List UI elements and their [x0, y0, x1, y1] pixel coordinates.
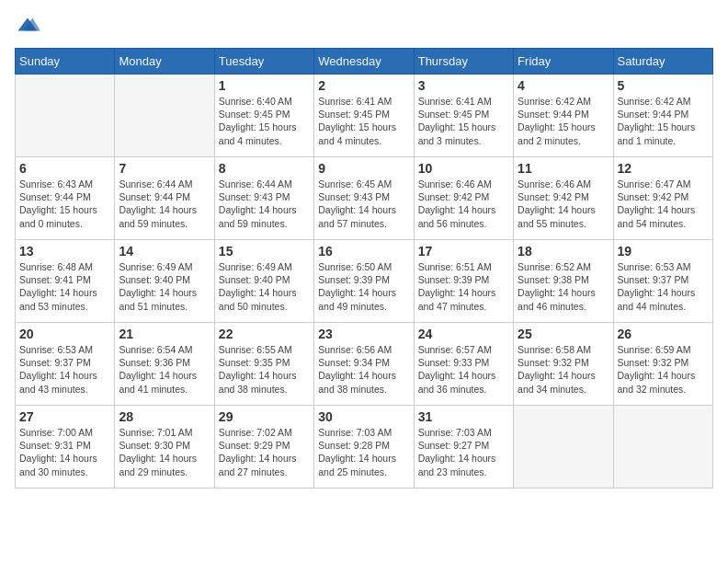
- calendar-cell: 22Sunrise: 6:55 AM Sunset: 9:35 PM Dayli…: [214, 323, 313, 406]
- calendar-cell: 3Sunrise: 6:41 AM Sunset: 9:45 PM Daylig…: [414, 75, 513, 157]
- day-number: 19: [618, 244, 709, 259]
- day-info: Sunrise: 6:48 AM Sunset: 9:41 PM Dayligh…: [19, 260, 110, 313]
- calendar-table: SundayMondayTuesdayWednesdayThursdayFrid…: [15, 48, 713, 488]
- day-number: 22: [219, 327, 310, 341]
- calendar-cell: [115, 75, 214, 157]
- day-info: Sunrise: 6:46 AM Sunset: 9:42 PM Dayligh…: [418, 178, 509, 230]
- day-number: 11: [518, 161, 609, 176]
- day-number: 25: [518, 327, 609, 341]
- day-info: Sunrise: 6:47 AM Sunset: 9:42 PM Dayligh…: [618, 178, 709, 230]
- logo-icon: [15, 15, 40, 40]
- day-info: Sunrise: 6:53 AM Sunset: 9:37 PM Dayligh…: [19, 343, 110, 396]
- calendar-cell: 6Sunrise: 6:43 AM Sunset: 9:44 PM Daylig…: [16, 157, 115, 240]
- day-info: Sunrise: 6:49 AM Sunset: 9:40 PM Dayligh…: [119, 260, 210, 313]
- calendar-cell: 19Sunrise: 6:53 AM Sunset: 9:37 PM Dayli…: [613, 240, 712, 323]
- calendar-cell: 8Sunrise: 6:44 AM Sunset: 9:43 PM Daylig…: [214, 157, 313, 240]
- day-number: 16: [318, 244, 409, 259]
- day-number: 12: [618, 161, 709, 176]
- day-info: Sunrise: 7:00 AM Sunset: 9:31 PM Dayligh…: [19, 426, 110, 478]
- calendar-cell: 24Sunrise: 6:57 AM Sunset: 9:33 PM Dayli…: [414, 323, 513, 406]
- calendar-header-row: SundayMondayTuesdayWednesdayThursdayFrid…: [16, 49, 713, 75]
- day-number: 5: [618, 78, 709, 93]
- day-info: Sunrise: 6:52 AM Sunset: 9:38 PM Dayligh…: [518, 260, 609, 313]
- day-info: Sunrise: 7:01 AM Sunset: 9:30 PM Dayligh…: [119, 426, 210, 478]
- day-number: 18: [518, 244, 609, 259]
- calendar-cell: 29Sunrise: 7:02 AM Sunset: 9:29 PM Dayli…: [214, 406, 313, 488]
- calendar-cell: [613, 406, 712, 488]
- day-number: 23: [318, 327, 409, 341]
- day-info: Sunrise: 6:50 AM Sunset: 9:39 PM Dayligh…: [318, 260, 409, 313]
- day-info: Sunrise: 6:59 AM Sunset: 9:32 PM Dayligh…: [618, 343, 709, 396]
- calendar-cell: 7Sunrise: 6:44 AM Sunset: 9:44 PM Daylig…: [115, 157, 214, 240]
- day-info: Sunrise: 6:44 AM Sunset: 9:44 PM Dayligh…: [119, 178, 210, 230]
- day-number: 26: [618, 327, 709, 341]
- day-info: Sunrise: 6:57 AM Sunset: 9:33 PM Dayligh…: [418, 343, 509, 396]
- week-row-5: 27Sunrise: 7:00 AM Sunset: 9:31 PM Dayli…: [16, 406, 713, 488]
- day-number: 17: [418, 244, 509, 259]
- calendar-cell: 31Sunrise: 7:03 AM Sunset: 9:27 PM Dayli…: [414, 406, 513, 488]
- calendar-cell: 5Sunrise: 6:42 AM Sunset: 9:44 PM Daylig…: [613, 75, 712, 157]
- day-number: 9: [318, 161, 409, 176]
- day-info: Sunrise: 6:43 AM Sunset: 9:44 PM Dayligh…: [19, 178, 110, 230]
- day-number: 20: [19, 327, 110, 341]
- calendar-cell: 21Sunrise: 6:54 AM Sunset: 9:36 PM Dayli…: [115, 323, 214, 406]
- day-info: Sunrise: 6:42 AM Sunset: 9:44 PM Dayligh…: [618, 95, 709, 147]
- day-number: 27: [19, 409, 110, 424]
- day-info: Sunrise: 7:02 AM Sunset: 9:29 PM Dayligh…: [219, 426, 310, 478]
- calendar-cell: 10Sunrise: 6:46 AM Sunset: 9:42 PM Dayli…: [414, 157, 513, 240]
- day-number: 8: [219, 161, 310, 176]
- week-row-1: 1Sunrise: 6:40 AM Sunset: 9:45 PM Daylig…: [16, 75, 713, 157]
- calendar-cell: 23Sunrise: 6:56 AM Sunset: 9:34 PM Dayli…: [314, 323, 414, 406]
- column-header-monday: Monday: [115, 49, 214, 75]
- day-number: 10: [418, 161, 509, 176]
- calendar-cell: 25Sunrise: 6:58 AM Sunset: 9:32 PM Dayli…: [514, 323, 613, 406]
- day-info: Sunrise: 7:03 AM Sunset: 9:27 PM Dayligh…: [418, 426, 509, 478]
- day-number: 4: [518, 78, 609, 93]
- week-row-3: 13Sunrise: 6:48 AM Sunset: 9:41 PM Dayli…: [16, 240, 713, 323]
- calendar-cell: 15Sunrise: 6:49 AM Sunset: 9:40 PM Dayli…: [214, 240, 313, 323]
- day-info: Sunrise: 6:53 AM Sunset: 9:37 PM Dayligh…: [618, 260, 709, 313]
- calendar-cell: [16, 75, 115, 157]
- day-number: 1: [219, 78, 310, 93]
- day-info: Sunrise: 6:55 AM Sunset: 9:35 PM Dayligh…: [219, 343, 310, 396]
- day-info: Sunrise: 6:51 AM Sunset: 9:39 PM Dayligh…: [418, 260, 509, 313]
- column-header-saturday: Saturday: [613, 49, 712, 75]
- calendar-cell: 1Sunrise: 6:40 AM Sunset: 9:45 PM Daylig…: [214, 75, 313, 157]
- logo: [15, 15, 44, 40]
- calendar-cell: 20Sunrise: 6:53 AM Sunset: 9:37 PM Dayli…: [16, 323, 115, 406]
- column-header-tuesday: Tuesday: [214, 49, 313, 75]
- day-info: Sunrise: 6:45 AM Sunset: 9:43 PM Dayligh…: [318, 178, 409, 230]
- calendar-cell: 28Sunrise: 7:01 AM Sunset: 9:30 PM Dayli…: [115, 406, 214, 488]
- day-info: Sunrise: 6:41 AM Sunset: 9:45 PM Dayligh…: [418, 95, 509, 147]
- day-number: 7: [119, 161, 210, 176]
- day-info: Sunrise: 6:49 AM Sunset: 9:40 PM Dayligh…: [219, 260, 310, 313]
- day-number: 31: [418, 409, 509, 424]
- day-info: Sunrise: 6:46 AM Sunset: 9:42 PM Dayligh…: [518, 178, 609, 230]
- column-header-friday: Friday: [514, 49, 613, 75]
- calendar-cell: 16Sunrise: 6:50 AM Sunset: 9:39 PM Dayli…: [314, 240, 414, 323]
- week-row-2: 6Sunrise: 6:43 AM Sunset: 9:44 PM Daylig…: [16, 157, 713, 240]
- calendar-cell: [514, 406, 613, 488]
- calendar-cell: 30Sunrise: 7:03 AM Sunset: 9:28 PM Dayli…: [314, 406, 414, 488]
- day-info: Sunrise: 6:42 AM Sunset: 9:44 PM Dayligh…: [518, 95, 609, 147]
- week-row-4: 20Sunrise: 6:53 AM Sunset: 9:37 PM Dayli…: [16, 323, 713, 406]
- day-info: Sunrise: 6:44 AM Sunset: 9:43 PM Dayligh…: [219, 178, 310, 230]
- day-number: 15: [219, 244, 310, 259]
- calendar-cell: 2Sunrise: 6:41 AM Sunset: 9:45 PM Daylig…: [314, 75, 414, 157]
- calendar-cell: 13Sunrise: 6:48 AM Sunset: 9:41 PM Dayli…: [16, 240, 115, 323]
- day-number: 30: [318, 409, 409, 424]
- calendar-cell: 11Sunrise: 6:46 AM Sunset: 9:42 PM Dayli…: [514, 157, 613, 240]
- column-header-sunday: Sunday: [16, 49, 115, 75]
- day-info: Sunrise: 6:58 AM Sunset: 9:32 PM Dayligh…: [518, 343, 609, 396]
- day-number: 14: [119, 244, 210, 259]
- calendar-cell: 26Sunrise: 6:59 AM Sunset: 9:32 PM Dayli…: [613, 323, 712, 406]
- day-info: Sunrise: 7:03 AM Sunset: 9:28 PM Dayligh…: [318, 426, 409, 478]
- calendar-cell: 12Sunrise: 6:47 AM Sunset: 9:42 PM Dayli…: [613, 157, 712, 240]
- day-info: Sunrise: 6:41 AM Sunset: 9:45 PM Dayligh…: [318, 95, 409, 147]
- day-number: 3: [418, 78, 509, 93]
- day-info: Sunrise: 6:54 AM Sunset: 9:36 PM Dayligh…: [119, 343, 210, 396]
- day-number: 13: [19, 244, 110, 259]
- day-number: 21: [119, 327, 210, 341]
- page-header: [15, 15, 713, 40]
- day-number: 24: [418, 327, 509, 341]
